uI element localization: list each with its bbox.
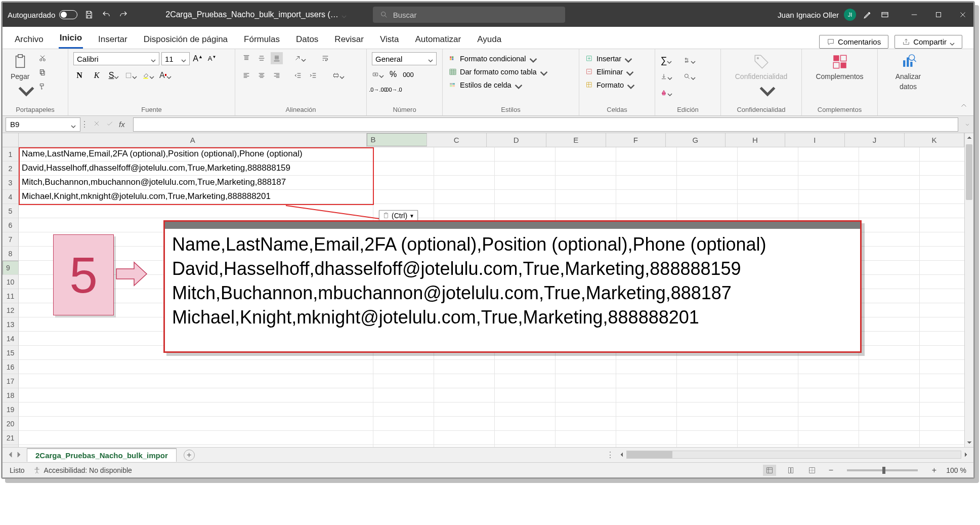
cell-styles-button[interactable]: Estilos de celda	[448, 80, 521, 90]
align-left-icon[interactable]	[240, 69, 252, 82]
row-header-21[interactable]: 21	[3, 431, 19, 445]
decrease-decimal-icon[interactable]: .00→.0	[387, 84, 399, 96]
row-header-20[interactable]: 20	[3, 417, 19, 431]
zoom-in-button[interactable]: +	[930, 466, 938, 475]
currency-icon[interactable]	[372, 68, 384, 80]
row-header-7[interactable]: 7	[3, 232, 19, 247]
row-header-16[interactable]: 16	[3, 360, 19, 374]
accessibility-status[interactable]: Accesibilidad: No disponible	[33, 466, 132, 474]
wrap-text-icon[interactable]	[319, 52, 331, 64]
scrollbar-thumb[interactable]	[627, 451, 672, 458]
maximize-icon[interactable]	[933, 9, 944, 20]
delete-cells-button[interactable]: Eliminar	[584, 67, 632, 76]
decrease-indent-icon[interactable]	[292, 69, 304, 82]
row-header-13[interactable]: 13	[3, 317, 19, 332]
cut-icon[interactable]	[36, 52, 49, 64]
align-right-icon[interactable]	[271, 69, 283, 82]
row-header-1[interactable]: 1	[3, 147, 19, 161]
number-format-select[interactable]: General	[372, 52, 437, 65]
document-title[interactable]: 2Carga_Pruebas_Nacho_bulk_import_users (…	[165, 10, 347, 19]
font-size-select[interactable]: 11	[161, 52, 190, 65]
scroll-down-icon[interactable]	[965, 438, 973, 447]
column-header-D[interactable]: D	[487, 133, 546, 147]
conditional-format-button[interactable]: Formato condicional	[448, 54, 535, 63]
row-header-9[interactable]: 9	[3, 261, 19, 275]
sheet-tab-active[interactable]: 2Carga_Pruebas_Nacho_bulk_impor	[27, 448, 177, 462]
column-header-J[interactable]: J	[845, 133, 905, 147]
addins-button[interactable]: Complementos	[813, 52, 866, 82]
clear-icon[interactable]	[660, 87, 672, 99]
column-header-B[interactable]: B	[367, 133, 427, 146]
find-select-icon[interactable]	[684, 70, 696, 83]
tab-insertar[interactable]: Insertar	[97, 30, 129, 49]
font-color-icon[interactable]: A	[159, 69, 172, 82]
sort-filter-icon[interactable]	[684, 54, 696, 66]
increase-indent-icon[interactable]	[307, 69, 319, 82]
scroll-left-icon[interactable]	[617, 450, 626, 459]
row-header-2[interactable]: 2	[3, 161, 19, 176]
scroll-up-icon[interactable]	[965, 133, 973, 142]
align-center-icon[interactable]	[255, 69, 268, 82]
row-header-3[interactable]: 3	[3, 176, 19, 190]
analyze-data-button[interactable]: Analizar datos	[892, 52, 924, 92]
comments-button[interactable]: Comentarios	[819, 35, 888, 49]
tab-archivo[interactable]: Archivo	[14, 30, 45, 49]
paste-options-button[interactable]: (Ctrl) ▼	[379, 210, 418, 221]
horizontal-scrollbar[interactable]: ⋮	[606, 450, 970, 460]
ribbon-mode-icon[interactable]	[879, 9, 890, 20]
fx-label[interactable]: fx	[119, 120, 125, 129]
thousands-icon[interactable]: 000	[402, 68, 414, 80]
add-sheet-button[interactable]: +	[184, 450, 195, 461]
borders-icon[interactable]	[125, 69, 137, 82]
view-page-break-icon[interactable]	[805, 465, 819, 476]
fill-icon[interactable]	[660, 70, 672, 83]
redo-icon[interactable]	[118, 9, 129, 20]
bold-button[interactable]: N	[73, 69, 86, 82]
minimize-icon[interactable]	[909, 9, 920, 20]
column-header-I[interactable]: I	[785, 133, 845, 147]
font-name-select[interactable]: Calibri	[73, 52, 159, 65]
tab-datos[interactable]: Datos	[295, 30, 319, 49]
select-all-corner[interactable]	[3, 133, 19, 147]
column-header-H[interactable]: H	[726, 133, 785, 147]
cancel-formula-icon[interactable]	[93, 119, 101, 130]
format-as-table-button[interactable]: Dar formato como tabla	[448, 67, 546, 76]
percent-icon[interactable]: %	[387, 68, 399, 80]
tab-formulas[interactable]: Fórmulas	[243, 30, 281, 49]
confirm-formula-icon[interactable]	[106, 119, 114, 130]
name-box[interactable]: B9	[6, 117, 80, 132]
row-header-14[interactable]: 14	[3, 332, 19, 346]
paste-button[interactable]: Pegar	[8, 52, 32, 89]
row-header-5[interactable]: 5	[3, 204, 19, 218]
vertical-scrollbar[interactable]	[964, 133, 973, 447]
italic-button[interactable]: K	[91, 69, 103, 82]
save-icon[interactable]	[83, 9, 95, 20]
column-header-K[interactable]: K	[905, 133, 964, 147]
search-input[interactable]: Buscar	[373, 7, 565, 23]
underline-button[interactable]: S	[108, 69, 120, 82]
orientation-icon[interactable]	[294, 52, 306, 64]
row-header-11[interactable]: 11	[3, 289, 19, 303]
tab-inicio[interactable]: Inicio	[59, 29, 83, 49]
scroll-right-icon[interactable]	[961, 450, 970, 459]
share-button[interactable]: Compartir	[894, 35, 962, 49]
column-header-E[interactable]: E	[546, 133, 606, 147]
row-header-6[interactable]: 6	[3, 218, 19, 232]
autosave-toggle[interactable]: Autoguardado	[8, 10, 77, 19]
tab-ayuda[interactable]: Ayuda	[476, 30, 502, 49]
decrease-font-icon[interactable]: A▼	[206, 53, 218, 65]
align-middle-icon[interactable]	[255, 52, 268, 64]
insert-cells-button[interactable]: Insertar	[584, 54, 630, 63]
column-header-F[interactable]: F	[606, 133, 666, 147]
row-header-17[interactable]: 17	[3, 374, 19, 388]
align-top-icon[interactable]	[240, 52, 252, 64]
column-header-G[interactable]: G	[666, 133, 726, 147]
autosum-icon[interactable]: ∑	[660, 54, 672, 66]
tab-disposicion[interactable]: Disposición de página	[143, 30, 229, 49]
copy-icon[interactable]	[36, 66, 49, 78]
view-page-layout-icon[interactable]	[784, 465, 797, 476]
fill-color-icon[interactable]	[142, 69, 154, 82]
undo-icon[interactable]	[101, 9, 112, 20]
tab-automatizar[interactable]: Automatizar	[414, 30, 462, 49]
pen-icon[interactable]	[862, 9, 873, 20]
